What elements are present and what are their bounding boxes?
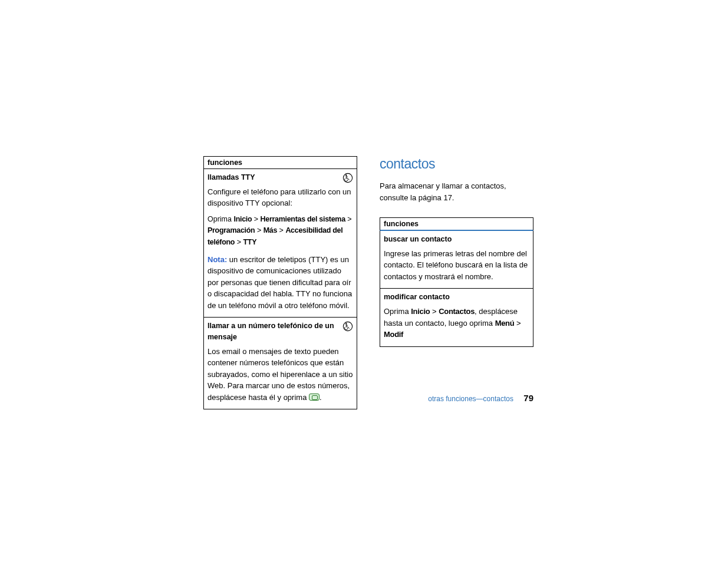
path-kw: Inicio [411, 307, 430, 316]
row-body: Ingrese las primeras letras del nombre d… [384, 248, 529, 283]
right-column: contactos Para almacenar y llamar a cont… [380, 156, 533, 409]
trailing: . [319, 393, 322, 402]
path-kw: Herramientas del sistema [261, 215, 345, 223]
call-key-icon [309, 394, 319, 401]
body-text: Los email o mensajes de texto pueden con… [207, 347, 353, 402]
svg-point-2 [343, 322, 352, 331]
note-body: un escritor de teletipos (TTY) es un dis… [207, 255, 352, 310]
page-footer: otras funciones—contactos 79 [428, 393, 533, 403]
table-row: modificar contacto Oprima Inicio > Conta… [380, 289, 533, 346]
row-intro: Configure el teléfono para utilizarlo co… [207, 186, 353, 209]
path-kw: Programación [207, 226, 255, 234]
path-sep: > [514, 319, 521, 328]
svg-point-3 [345, 323, 347, 325]
path-kw: Inicio [233, 215, 252, 223]
svg-point-1 [345, 174, 347, 176]
path-prefix: Oprima [207, 215, 233, 223]
path-prefix: Oprima [384, 307, 411, 316]
path-sep: > [430, 307, 439, 316]
table-row: buscar un contacto Ingrese las primeras … [380, 231, 533, 289]
row-note: Nota: un escritor de teletipos (TTY) es … [207, 254, 353, 312]
row-title: llamar a un número telefónico de un mens… [207, 320, 353, 343]
table-header-left: funciones [203, 156, 357, 169]
row-body: Oprima Inicio > Contactos, desplácese ha… [384, 306, 529, 340]
row-title: llamadas TTY [207, 172, 353, 183]
row-title: buscar un contacto [384, 234, 529, 245]
table-row: llamadas TTY Configure el teléfono para … [203, 169, 357, 318]
left-column: funciones llamadas TTY Configure el telé… [203, 156, 357, 409]
page-content: funciones llamadas TTY Configure el telé… [203, 156, 533, 409]
svg-point-0 [343, 173, 352, 182]
row-body: Los email o mensajes de texto pueden con… [207, 346, 353, 404]
note-label: Nota: [207, 255, 227, 264]
path-kw: Menú [495, 319, 515, 328]
accessibility-icon [342, 173, 353, 183]
table-header-right: funciones [380, 217, 533, 231]
accessibility-icon [342, 321, 353, 332]
section-heading: contactos [380, 156, 533, 172]
table-row: llamar a un número telefónico de un mens… [203, 318, 357, 409]
path-kw: Modif [384, 330, 403, 339]
page-number: 79 [523, 393, 533, 403]
path-kw: Más [263, 226, 277, 234]
section-intro: Para almacenar y llamar a contactos, con… [380, 180, 533, 203]
row-title: modificar contacto [384, 292, 529, 303]
path-kw: TTY [243, 238, 256, 246]
path-kw: Contactos [439, 307, 475, 316]
footer-text: otras funciones—contactos [428, 395, 513, 403]
nav-path: Oprima Inicio > Herramientas del sistema… [207, 214, 353, 248]
